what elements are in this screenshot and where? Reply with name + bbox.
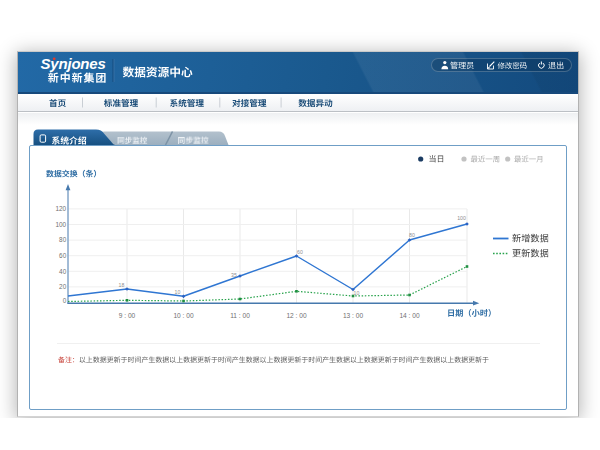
svg-text:9 : 00: 9 : 00 (119, 312, 136, 319)
svg-text:120: 120 (56, 205, 67, 212)
svg-text:10 : 00: 10 : 00 (173, 312, 193, 319)
svg-text:Synjones: Synjones (41, 55, 106, 72)
svg-text:18: 18 (119, 282, 125, 288)
svg-text:60: 60 (297, 249, 303, 255)
svg-text:40: 40 (59, 268, 67, 275)
svg-text:35: 35 (231, 272, 237, 278)
svg-text:13 : 00: 13 : 00 (343, 312, 363, 319)
svg-text:100: 100 (457, 215, 466, 221)
svg-text:80: 80 (59, 236, 67, 243)
svg-text:60: 60 (59, 252, 67, 259)
svg-text:0: 0 (63, 297, 67, 304)
svg-text:12 : 00: 12 : 00 (286, 312, 306, 319)
svg-text:11 : 00: 11 : 00 (230, 312, 250, 319)
svg-text:100: 100 (56, 221, 67, 228)
svg-text:10: 10 (175, 289, 181, 295)
svg-text:14 : 00: 14 : 00 (399, 312, 419, 319)
svg-text:10: 10 (354, 290, 360, 296)
svg-text:80: 80 (409, 232, 415, 238)
svg-text:20: 20 (59, 283, 67, 290)
